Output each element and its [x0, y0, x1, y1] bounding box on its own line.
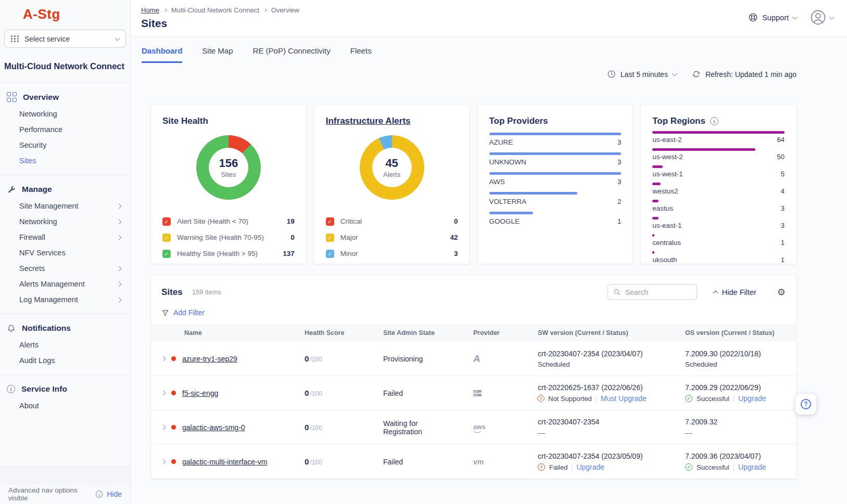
nav-section-notifications: Notifications Alerts Audit Logs	[0, 314, 130, 374]
refresh-icon	[692, 70, 701, 79]
tab-fleets[interactable]: Fleets	[350, 46, 372, 63]
nav-head-manage[interactable]: Manage	[0, 179, 130, 198]
time-range-selector[interactable]: Last 5 minutes	[607, 70, 676, 79]
info-icon: i	[7, 385, 15, 393]
apps-grid-icon	[11, 35, 19, 42]
sidebar-item-networking[interactable]: Networking	[0, 106, 130, 122]
expand-row-icon[interactable]	[161, 459, 166, 464]
sidebar-item-about[interactable]: About	[0, 398, 130, 413]
checkbox-checked[interactable]	[162, 217, 171, 226]
hide-nav-link[interactable]: Hide	[107, 490, 122, 498]
sidebar-item-alerts-management[interactable]: Alerts Management	[0, 276, 130, 292]
main-area: Home Multi-Cloud Network Connect Overvie…	[131, 0, 847, 504]
tabs: Dashboard Site Map RE (PoP) Connectivity…	[131, 37, 847, 63]
table-row: azure-try1-sep29 0/100 Provisioning A cr…	[151, 342, 796, 376]
legend-item[interactable]: Warning Site (Health 70-95) 0	[162, 229, 295, 245]
upgrade-link[interactable]: Upgrade	[738, 394, 766, 403]
breadcrumb: Home Multi-Cloud Network Connect Overvie…	[141, 6, 835, 14]
support-menu[interactable]: Support	[748, 12, 797, 22]
table-settings-gear-icon[interactable]: ⚙	[777, 287, 786, 298]
filter-funnel-icon	[161, 309, 169, 317]
warning-icon: !	[537, 394, 546, 403]
sidebar-item-alerts[interactable]: Alerts	[0, 337, 130, 353]
legend-item[interactable]: Alert Site (Health < 70) 19	[162, 213, 295, 229]
nav-head-overview[interactable]: Overview	[0, 87, 130, 106]
chevron-down-icon	[672, 71, 677, 76]
sw-status: Failed	[549, 463, 567, 471]
sidebar-item-security[interactable]: Security	[0, 137, 130, 153]
col-os-version[interactable]: OS version (Current / Status)	[685, 329, 796, 337]
search-box[interactable]	[608, 284, 697, 300]
health-status-dot	[171, 425, 176, 430]
sidebar-item-networking-manage[interactable]: Networking	[0, 214, 130, 229]
col-health-score[interactable]: Health Score	[305, 329, 383, 337]
sidebar-item-site-management[interactable]: Site Management	[0, 198, 130, 214]
nav-head-notifications[interactable]: Notifications	[0, 318, 130, 337]
tab-re-pop-connectivity[interactable]: RE (PoP) Connectivity	[253, 46, 331, 63]
chevron-down-icon	[115, 35, 120, 41]
infrastructure-alerts-link[interactable]: Infrastructure Alerts	[326, 116, 411, 126]
success-icon: ✓	[685, 463, 692, 471]
col-name[interactable]: Name	[151, 329, 305, 337]
legend-item[interactable]: Minor 3	[326, 245, 458, 262]
bell-icon	[7, 324, 16, 333]
col-provider[interactable]: Provider	[473, 329, 538, 337]
expand-row-icon[interactable]	[161, 356, 166, 361]
tab-site-map[interactable]: Site Map	[202, 46, 233, 63]
checkbox-checked[interactable]	[162, 234, 171, 242]
sidebar-nav: Overview Networking Performance Security…	[0, 82, 130, 420]
admin-state: Provisioning	[383, 355, 473, 363]
site-link[interactable]: azure-try1-sep29	[182, 355, 237, 363]
os-version: 7.2009.29 (2022/06/29)	[685, 383, 796, 392]
breadcrumb-home[interactable]: Home	[141, 6, 159, 14]
sidebar-item-audit-logs[interactable]: Audit Logs	[0, 353, 130, 368]
sidebar-item-sites[interactable]: Sites	[0, 153, 130, 169]
sidebar: A-Stg Select service Multi-Cloud Network…	[0, 0, 131, 504]
card-title: Top Providers	[489, 116, 622, 126]
wrench-icon	[7, 185, 16, 194]
account-menu[interactable]	[810, 9, 833, 25]
sw-version: crt-20230407-2354	[538, 418, 685, 426]
content: Last 5 minutes Refresh: Updated 1 min ag…	[131, 63, 797, 480]
sidebar-item-firewall[interactable]: Firewall	[0, 229, 130, 245]
checkbox-checked[interactable]	[162, 250, 171, 258]
checkbox-checked[interactable]	[326, 250, 334, 258]
col-site-admin-state[interactable]: Site Admin State	[383, 329, 473, 337]
sw-status: Not Supported	[548, 395, 592, 403]
expand-row-icon[interactable]	[161, 391, 166, 396]
donut-center: 45 Alerts	[360, 135, 424, 200]
info-icon: i	[96, 490, 103, 498]
tab-dashboard[interactable]: Dashboard	[142, 46, 182, 63]
info-icon[interactable]: i	[710, 117, 718, 125]
upgrade-link[interactable]: Upgrade	[576, 463, 604, 471]
legend-item[interactable]: Major 42	[326, 229, 458, 245]
site-link[interactable]: galactic-aws-smg-0	[182, 423, 245, 432]
must-upgrade-link[interactable]: Must Upgrade	[601, 394, 647, 403]
add-filter-button[interactable]: Add Filter	[151, 303, 796, 324]
refresh-label: Refresh: Updated 1 min ago	[705, 70, 797, 79]
hide-filter-button[interactable]: Hide Filter	[714, 288, 756, 296]
table-row: f5-sjc-engg 0/100 Failed crt-20220625-16…	[151, 376, 796, 410]
refresh-control[interactable]: Refresh: Updated 1 min ago	[692, 70, 797, 79]
sidebar-item-performance[interactable]: Performance	[0, 122, 130, 137]
checkbox-checked[interactable]	[326, 234, 334, 242]
provider-bar-row: AZURE3	[489, 133, 622, 146]
site-link[interactable]: f5-sjc-engg	[182, 389, 218, 397]
upgrade-link[interactable]: Upgrade	[738, 463, 766, 471]
search-input[interactable]	[625, 288, 688, 296]
service-selector[interactable]: Select service	[4, 30, 126, 48]
nav-head-service-info[interactable]: i Service Info	[0, 379, 130, 398]
chevron-right-icon	[117, 281, 122, 287]
col-sw-version[interactable]: SW version (Current / Status)	[538, 329, 685, 337]
legend-item[interactable]: Healthy Site (Health > 95) 137	[162, 245, 295, 262]
sidebar-item-secrets[interactable]: Secrets	[0, 261, 130, 276]
sidebar-item-log-management[interactable]: Log Management	[0, 292, 130, 307]
legend-item[interactable]: Critical 0	[326, 213, 458, 229]
expand-row-icon[interactable]	[161, 425, 166, 430]
help-button[interactable]: ?	[795, 394, 816, 415]
health-score: 0	[305, 354, 309, 363]
table-row: galactic-aws-smg-0 0/100 Waiting for Reg…	[151, 410, 796, 445]
sidebar-item-nfv-services[interactable]: NFV Services	[0, 245, 130, 261]
checkbox-checked[interactable]	[326, 217, 334, 226]
site-link[interactable]: galactic-multi-interface-vm	[182, 458, 267, 466]
